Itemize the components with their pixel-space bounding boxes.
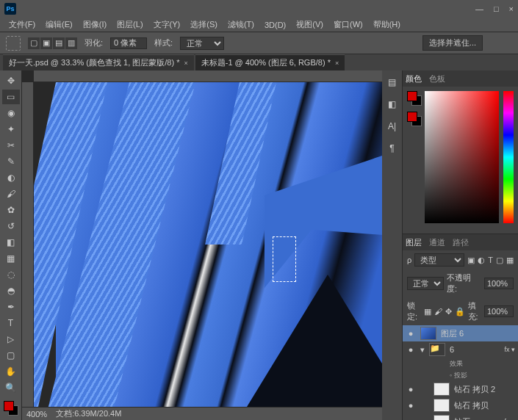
history-brush-icon[interactable]: ↺ <box>2 219 20 233</box>
feather-input[interactable] <box>110 37 147 49</box>
path-tool-icon[interactable]: ▷ <box>2 332 20 347</box>
gradient-tool-icon[interactable]: ▦ <box>2 251 20 266</box>
layer-row[interactable]: ●钻石 拷贝 <box>403 397 518 413</box>
visibility-icon[interactable]: ● <box>406 345 416 354</box>
maximize-icon[interactable]: □ <box>494 4 499 13</box>
filter-adjust-icon[interactable]: ◐ <box>478 256 485 265</box>
selection-new-icon[interactable]: ▢ <box>28 37 40 49</box>
menu-layer[interactable]: 图层(L) <box>112 18 147 32</box>
layer-row[interactable]: ●▾📁6fx ▾ <box>403 341 518 358</box>
hue-strip[interactable] <box>503 91 514 223</box>
hand-tool-icon[interactable]: ✋ <box>2 364 20 379</box>
lock-pos-icon[interactable]: ✥ <box>445 307 452 316</box>
minimize-icon[interactable]: — <box>475 4 483 13</box>
lock-trans-icon[interactable]: ▦ <box>424 307 431 316</box>
layer-row[interactable]: ●钻石fx ▾ <box>403 413 518 420</box>
tab-swatches[interactable]: 色板 <box>429 73 445 84</box>
history-panel-icon[interactable]: ▤ <box>385 75 400 90</box>
canvas-viewport[interactable] <box>34 82 382 407</box>
filter-type-icon[interactable]: T <box>488 256 493 264</box>
tab-paths[interactable]: 路径 <box>453 237 469 248</box>
layer-row[interactable]: ●图层 6 <box>403 325 518 341</box>
wand-tool-icon[interactable]: ✦ <box>2 122 20 137</box>
options-bar: ▢ ▣ ▤ ▥ 羽化: 样式: 正常 选择并遮住... <box>0 32 518 54</box>
menu-help[interactable]: 帮助(H) <box>369 18 405 32</box>
visibility-icon[interactable]: ● <box>406 385 416 394</box>
menu-window[interactable]: 窗口(W) <box>329 18 367 32</box>
close-icon[interactable]: × <box>509 4 514 13</box>
menu-3d[interactable]: 3D(D) <box>260 19 290 31</box>
tab-layers[interactable]: 图层 <box>406 237 422 248</box>
lock-all-icon[interactable]: 🔒 <box>455 307 465 316</box>
zoom-level[interactable]: 400% <box>26 410 47 419</box>
blur-tool-icon[interactable]: ◌ <box>2 267 20 282</box>
menu-filter[interactable]: 滤镜(T) <box>223 18 259 32</box>
ruler-horizontal[interactable] <box>34 70 382 82</box>
menu-select[interactable]: 选择(S) <box>186 18 222 32</box>
menu-type[interactable]: 文字(Y) <box>149 18 185 32</box>
shape-tool-icon[interactable]: ▢ <box>2 348 20 363</box>
visibility-icon[interactable]: ● <box>406 417 416 420</box>
heal-tool-icon[interactable]: ◐ <box>2 170 20 185</box>
blend-mode-select[interactable]: 正常 <box>407 277 444 290</box>
dodge-tool-icon[interactable]: ◓ <box>2 283 20 298</box>
color-panel: 颜色 色板 <box>403 70 518 234</box>
tab-channels[interactable]: 通道 <box>429 237 445 248</box>
style-label: 样式: <box>154 37 173 48</box>
tab-document-1[interactable]: 好一天.psd @ 33.3% (颜色查找 1, 图层蒙版/8) *× <box>3 54 194 70</box>
eraser-tool-icon[interactable]: ◧ <box>2 235 20 250</box>
layer-thumb[interactable] <box>434 399 450 412</box>
menu-view[interactable]: 视图(V) <box>292 18 328 32</box>
tab-color[interactable]: 颜色 <box>406 73 422 84</box>
fx-row[interactable]: 效果 <box>403 358 518 369</box>
move-tool-icon[interactable]: ✥ <box>2 73 20 88</box>
pen-tool-icon[interactable]: ✒ <box>2 300 20 314</box>
marquee-tool-icon[interactable] <box>6 36 21 51</box>
layer-thumb[interactable] <box>434 415 450 420</box>
selection-add-icon[interactable]: ▣ <box>40 37 52 49</box>
menu-file[interactable]: 文件(F) <box>4 18 40 32</box>
menu-edit[interactable]: 编辑(E) <box>41 18 77 32</box>
fg-bg-swatch-2[interactable] <box>407 112 420 125</box>
layer-row[interactable]: ●钻石 拷贝 2 <box>403 381 518 397</box>
layer-thumb[interactable] <box>420 327 436 340</box>
marquee-tool-icon[interactable]: ▭ <box>2 90 20 104</box>
fill-input[interactable] <box>484 305 514 317</box>
selection-subtract-icon[interactable]: ▤ <box>53 37 65 49</box>
select-and-mask-button[interactable]: 选择并遮住... <box>422 35 483 51</box>
close-tab-icon[interactable]: × <box>335 59 339 67</box>
color-field[interactable] <box>425 91 499 223</box>
fg-bg-swatch[interactable] <box>407 91 420 104</box>
eyedropper-tool-icon[interactable]: ✎ <box>2 154 20 169</box>
selection-intersect-icon[interactable]: ▥ <box>65 37 77 49</box>
lock-paint-icon[interactable]: 🖌 <box>434 307 442 316</box>
color-swatch[interactable] <box>4 401 18 416</box>
lasso-tool-icon[interactable]: ◉ <box>2 106 20 120</box>
opacity-input[interactable] <box>484 278 514 289</box>
visibility-icon[interactable]: ● <box>406 401 416 410</box>
paragraph-panel-icon[interactable]: ¶ <box>385 141 400 156</box>
ruler-vertical[interactable] <box>22 82 34 407</box>
layer-thumb[interactable] <box>434 383 450 396</box>
filter-image-icon[interactable]: ▣ <box>467 256 475 265</box>
stamp-tool-icon[interactable]: ✿ <box>2 203 20 217</box>
tab-document-2[interactable]: 未标题-1 @ 400% (图层 6, RGB/8) *× <box>195 54 345 70</box>
group-thumb[interactable]: 📁 <box>429 343 445 356</box>
type-tool-icon[interactable]: T <box>2 316 20 330</box>
brush-tool-icon[interactable]: 🖌 <box>2 187 20 201</box>
layers-panel: 图层 通道 路径 ρ类型 ▣ ◐ T ▢ ▦ 正常 不透明度: <box>403 234 518 420</box>
menu-image[interactable]: 图像(I) <box>79 18 111 32</box>
filter-smart-icon[interactable]: ▦ <box>506 256 514 265</box>
expand-icon[interactable]: ▾ <box>420 345 425 355</box>
crop-tool-icon[interactable]: ✂ <box>2 138 20 153</box>
visibility-icon[interactable]: ● <box>406 329 416 338</box>
properties-panel-icon[interactable]: ◧ <box>385 97 400 112</box>
close-tab-icon[interactable]: × <box>184 59 187 67</box>
fx-row[interactable]: ◦ 投影 <box>403 369 518 381</box>
style-select[interactable]: 正常 <box>180 37 224 50</box>
selection-marquee[interactable] <box>273 236 296 282</box>
layer-filter-select[interactable]: 类型 <box>414 253 464 267</box>
zoom-tool-icon[interactable]: 🔍 <box>2 380 20 395</box>
char-panel-icon[interactable]: A| <box>385 119 400 134</box>
filter-shape-icon[interactable]: ▢ <box>496 256 503 265</box>
